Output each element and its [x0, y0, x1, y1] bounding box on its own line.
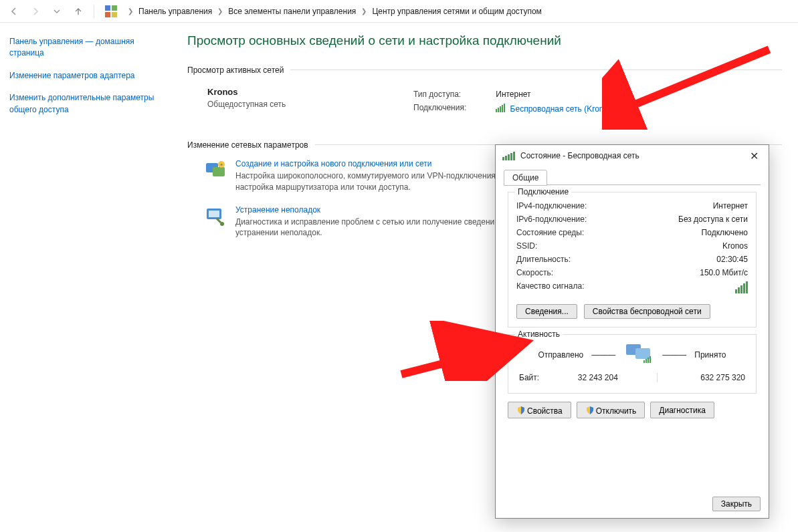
disable-button[interactable]: Отключить	[577, 402, 645, 418]
sent-label: Отправлено	[538, 350, 584, 360]
duration-label: Длительность:	[516, 255, 571, 264]
received-bytes: 632 275 320	[700, 373, 745, 382]
activity-legend: Активность	[515, 329, 563, 339]
chevron-right-icon: ❯	[217, 7, 223, 15]
ssid-value: Kronos	[722, 241, 748, 251]
svg-rect-1	[112, 5, 117, 11]
sent-bytes: 32 243 204	[578, 373, 618, 382]
svg-text:+: +	[220, 162, 223, 168]
received-label: Принято	[694, 350, 726, 360]
svg-rect-15	[647, 358, 649, 363]
wifi-signal-icon	[496, 104, 505, 112]
signal-quality-icon	[735, 281, 748, 293]
connection-group: Подключение IPv4-подключение:Интернет IP…	[508, 192, 757, 327]
svg-rect-9	[209, 211, 219, 217]
breadcrumb-item[interactable]: Все элементы панели управления	[225, 5, 359, 17]
connections-label: Подключения:	[409, 102, 470, 115]
svg-rect-16	[650, 356, 651, 363]
shield-icon	[516, 406, 526, 415]
breadcrumb: ❯ Панель управления ❯ Все элементы панел…	[128, 5, 544, 17]
speed-value: 150.0 Мбит/с	[700, 268, 748, 277]
tab-general[interactable]: Общие	[504, 170, 547, 186]
wifi-status-dialog: Состояние - Беспроводная сеть ✕ Общие По…	[495, 144, 769, 519]
connection-legend: Подключение	[515, 187, 571, 196]
svg-rect-2	[105, 12, 110, 17]
address-bar: ❯ Панель управления ❯ Все элементы панел…	[0, 0, 798, 23]
chevron-right-icon: ❯	[361, 7, 367, 15]
svg-rect-13	[643, 360, 645, 363]
breadcrumb-item[interactable]: Центр управления сетями и общим доступом	[369, 5, 544, 17]
troubleshoot-icon	[205, 205, 226, 227]
wifi-signal-icon	[502, 152, 515, 160]
breadcrumb-item[interactable]: Панель управления	[136, 5, 215, 17]
diagnostics-button[interactable]: Диагностика	[650, 402, 714, 418]
ipv4-value: Интернет	[713, 201, 748, 211]
svg-rect-5	[213, 167, 225, 176]
sidebar-link-adapter-settings[interactable]: Изменение параметров адаптера	[9, 70, 162, 82]
details-button[interactable]: Сведения...	[516, 304, 577, 319]
chevron-right-icon: ❯	[128, 7, 133, 15]
new-connection-desc: Настройка широкополосного, коммутируемог…	[235, 170, 530, 193]
section-active-networks: Просмотр активных сетей	[187, 65, 284, 75]
duration-value: 02:30:45	[716, 255, 748, 264]
dialog-titlebar: Состояние - Беспроводная сеть ✕	[496, 145, 769, 166]
new-connection-icon: +	[205, 159, 226, 180]
signal-quality-label: Качество сигнала:	[516, 281, 584, 295]
sidebar: Панель управления — домашняя страница Из…	[0, 23, 171, 532]
bytes-label: Байт:	[519, 373, 539, 382]
nav-forward-button[interactable]	[27, 3, 44, 20]
speed-label: Скорость:	[516, 268, 553, 277]
svg-point-10	[220, 222, 224, 226]
close-icon[interactable]: ✕	[744, 150, 763, 162]
shield-icon	[585, 406, 595, 415]
sidebar-link-home[interactable]: Панель управления — домашняя страница	[9, 36, 162, 59]
media-state-label: Состояние среды:	[516, 228, 584, 237]
svg-rect-3	[112, 12, 117, 17]
troubleshoot-desc: Диагностика и исправление проблем с сеть…	[235, 217, 530, 239]
svg-rect-0	[105, 5, 110, 11]
nav-back-button[interactable]	[5, 3, 23, 20]
control-panel-icon	[104, 4, 118, 19]
ipv4-label: IPv4-подключение:	[516, 201, 587, 211]
sidebar-link-sharing-settings[interactable]: Изменить дополнительные параметры общего…	[9, 92, 162, 116]
svg-rect-12	[635, 348, 650, 359]
page-title: Просмотр основных сведений о сети и наст…	[187, 33, 782, 48]
nav-up-button[interactable]	[70, 3, 87, 20]
svg-rect-14	[645, 359, 647, 363]
dialog-title: Состояние - Беспроводная сеть	[520, 151, 639, 160]
nav-recent-dropdown[interactable]	[48, 3, 66, 20]
connection-link[interactable]: Беспроводная сеть (Kronos)	[510, 104, 615, 114]
ipv6-label: IPv6-подключение:	[516, 215, 587, 224]
wireless-properties-button[interactable]: Свойства беспроводной сети	[584, 304, 710, 319]
network-name: Kronos	[207, 87, 368, 97]
section-change-settings: Изменение сетевых параметров	[187, 140, 308, 150]
ssid-label: SSID:	[516, 241, 537, 251]
access-type-label: Тип доступа:	[409, 88, 470, 100]
active-network-block: Kronos Общедоступная сеть Тип доступа: И…	[187, 79, 782, 120]
properties-button[interactable]: Свойства	[508, 402, 571, 418]
close-button[interactable]: Закрыть	[712, 497, 761, 511]
access-type-value: Интернет	[472, 88, 619, 100]
new-connection-link[interactable]: Создание и настройка нового подключения …	[235, 159, 432, 168]
media-state-value: Подключено	[702, 228, 748, 237]
activity-group: Активность Отправлено ———	[508, 334, 757, 394]
ipv6-value: Без доступа к сети	[678, 215, 748, 224]
troubleshoot-link[interactable]: Устранение неполадок	[235, 205, 320, 215]
network-type: Общедоступная сеть	[207, 100, 368, 109]
activity-monitors-icon	[623, 342, 654, 368]
